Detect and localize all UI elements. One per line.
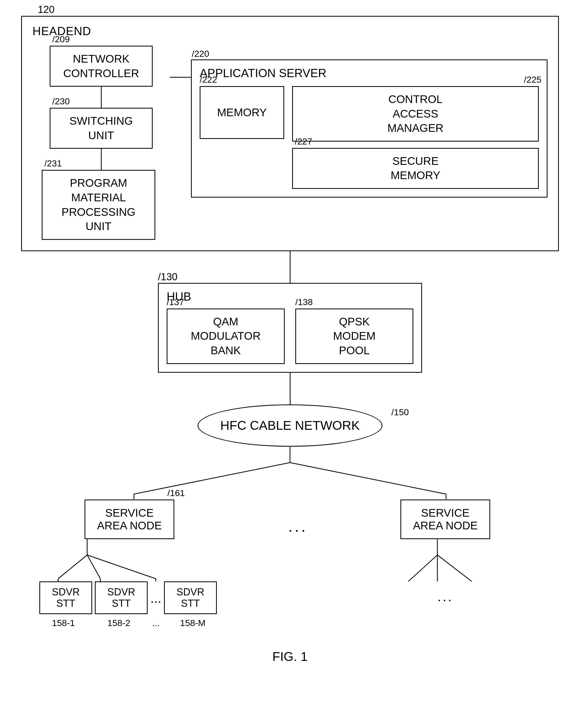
- mem-ref: /222: [200, 75, 217, 85]
- nc-to-as-hline: [170, 77, 191, 78]
- san-left-box: SERVICE AREA NODE: [84, 499, 174, 539]
- svg-line-15: [438, 555, 472, 581]
- sdvr2-line1: SDVR: [107, 587, 135, 598]
- as-title: APPLICATION SERVER: [200, 67, 539, 80]
- cam-box: CONTROL ACCESS MANAGER: [292, 86, 539, 141]
- san-right-line2: AREA NODE: [413, 519, 477, 532]
- sdvr-label-2: 158-2: [93, 618, 145, 628]
- nc-to-su-line: [101, 87, 102, 108]
- qam-ref: /137: [167, 297, 184, 307]
- app-server-box: /220 APPLICATION SERVER /222 MEMORY: [191, 59, 548, 198]
- svg-line-13: [408, 555, 438, 581]
- svg-line-2: [290, 463, 446, 494]
- secure-memory-box: SECURE MEMORY: [292, 148, 539, 189]
- san-right-box: SERVICE AREA NODE: [400, 499, 490, 539]
- hub-section: /130 HUB /137 QAM MODULATOR BANK: [21, 283, 559, 373]
- sdvr-label-1: 158-1: [37, 618, 90, 628]
- app-server-col: /220 APPLICATION SERVER /222 MEMORY: [191, 59, 548, 198]
- left-column: /209 NETWORK CONTROLLER /230 SWITCHING U…: [32, 46, 170, 240]
- qpsk-ref: /138: [295, 297, 313, 307]
- svg-line-8: [87, 555, 156, 579]
- as-ref: /220: [192, 49, 209, 59]
- headend-label: HEADEND: [32, 25, 548, 38]
- sm-line2: MEMORY: [391, 169, 440, 181]
- qpsk-line3: POOL: [339, 344, 370, 357]
- headend-to-hub-vline: [21, 251, 559, 283]
- figure-caption: FIG. 1: [21, 649, 559, 664]
- network-controller-box: NETWORK CONTROLLER: [50, 46, 153, 87]
- qam-line1: QAM: [213, 315, 238, 328]
- san-right-dots: ···: [438, 592, 453, 607]
- hub-inner: /137 QAM MODULATOR BANK /138 QPSK MODEM: [167, 309, 413, 364]
- cam-line3: MANAGER: [388, 122, 444, 134]
- program-material-box: PROGRAM MATERIAL PROCESSING UNIT: [42, 170, 155, 240]
- pm-ref: /231: [44, 158, 62, 168]
- su-label: SWITCHING UNIT: [70, 115, 133, 141]
- branch-svg: [21, 447, 559, 499]
- sdvr-box-1: SDVR STT: [39, 581, 92, 614]
- sdvrm-line2: STT: [181, 598, 200, 609]
- cam-ref: /225: [524, 75, 542, 85]
- nc-line2: CONTROLLER: [63, 67, 139, 79]
- hub-to-hfc-vline: [21, 373, 559, 405]
- cam-line2: ACCESS: [393, 107, 439, 120]
- hub-ref: /130: [158, 271, 178, 283]
- san-row: /161 SERVICE AREA NODE: [21, 499, 559, 628]
- san-left-line1: SERVICE: [105, 506, 154, 519]
- headend-ref: 120: [38, 4, 54, 15]
- svg-line-1: [134, 463, 290, 494]
- hub-box: HUB /137 QAM MODULATOR BANK /138: [158, 283, 422, 373]
- san-left-ref: /161: [167, 488, 185, 498]
- cam-line1: CONTROL: [388, 93, 442, 105]
- san-right-line1: SERVICE: [421, 506, 470, 519]
- cam-col: /225 CONTROL ACCESS MANAGER /227: [292, 86, 539, 189]
- qam-box: QAM MODULATOR BANK: [167, 309, 285, 364]
- pm-line1: PROGRAM MATERIAL: [70, 177, 127, 204]
- sdvr-label-dots: ...: [148, 618, 164, 628]
- sdvr-box-m: SDVR STT: [164, 581, 217, 614]
- headend-box: 120 HEADEND /209 NETWORK CONTROLLER: [21, 16, 559, 251]
- svg-line-6: [58, 555, 87, 579]
- san-dots: ···: [288, 499, 308, 539]
- sdvr-box-2: SDVR STT: [95, 581, 148, 614]
- memory-box: MEMORY: [200, 86, 284, 139]
- sm-line1: SECURE: [392, 155, 439, 167]
- su-ref: /230: [52, 96, 70, 106]
- hfc-ref: /150: [391, 407, 409, 417]
- nc-line1: NETWORK: [73, 53, 130, 65]
- sdvr-labels-row: 158-1 158-2 ... 158-M: [37, 618, 219, 628]
- qpsk-line1: QPSK: [339, 315, 370, 328]
- qam-line2: MODULATOR: [191, 330, 260, 342]
- hub-title: HUB: [167, 290, 413, 303]
- sdvrm-line1: SDVR: [177, 587, 205, 598]
- hfc-label: HFC CABLE NETWORK: [220, 418, 360, 433]
- qpsk-line2: MODEM: [333, 330, 375, 342]
- hfc-to-san-connectors: [21, 447, 559, 499]
- sm-ref: /227: [295, 136, 312, 147]
- san-right-branch-svg: [393, 539, 498, 592]
- san-left-line2: AREA NODE: [97, 519, 162, 532]
- mem-label: MEMORY: [217, 105, 267, 120]
- sdvr-label-m: 158-M: [166, 618, 219, 628]
- hfc-section: HFC CABLE NETWORK /150: [21, 405, 559, 447]
- sdvr1-line1: SDVR: [52, 587, 80, 598]
- as-inner: /222 MEMORY /225: [200, 86, 539, 189]
- pm-line2: PROCESSING UNIT: [61, 206, 135, 233]
- sdvr-row: SDVR STT SDVR STT ··· SDVR STT: [39, 581, 217, 614]
- san-right: SERVICE AREA NODE ···: [379, 499, 511, 607]
- san-left: /161 SERVICE AREA NODE: [42, 499, 217, 628]
- san-to-sdvr-svg: [42, 539, 217, 581]
- sdvr-dots: ···: [150, 594, 161, 614]
- sdvr1-line2: STT: [56, 598, 75, 609]
- hfc-ellipse: HFC CABLE NETWORK: [197, 405, 383, 447]
- qam-line3: BANK: [211, 344, 241, 357]
- qpsk-box: QPSK MODEM POOL: [295, 309, 413, 364]
- su-to-pm-line: [101, 149, 102, 170]
- switching-unit-box: SWITCHING UNIT: [50, 108, 153, 149]
- nc-ref: /209: [52, 34, 70, 44]
- sdvr2-line2: STT: [112, 598, 131, 609]
